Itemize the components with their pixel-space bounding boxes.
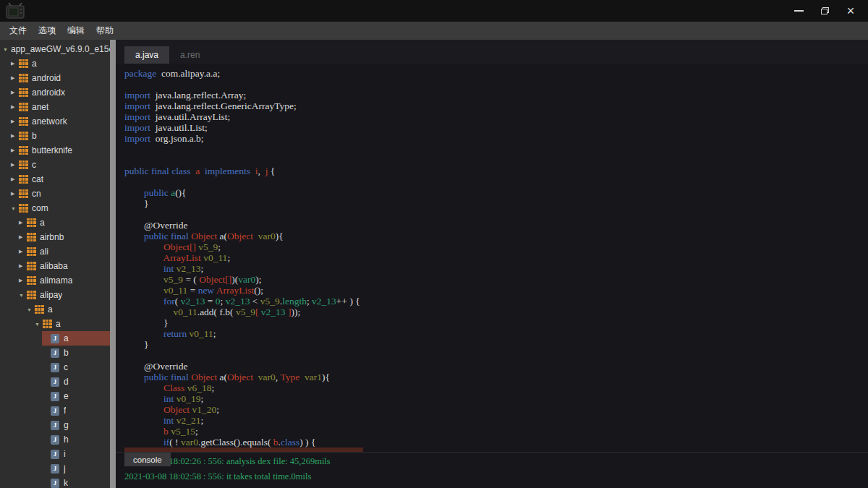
tree-item-class[interactable]: Jb bbox=[0, 346, 110, 360]
tree-scrollbar[interactable] bbox=[110, 40, 116, 488]
menu-item-edit[interactable]: 编辑 bbox=[61, 22, 90, 40]
tree-item-class[interactable]: Jf bbox=[0, 403, 110, 418]
tree-item-package[interactable]: ▶butterknife bbox=[0, 143, 110, 158]
tree-item-package[interactable]: ▶android bbox=[0, 71, 110, 85]
tree-item-class[interactable]: Jc bbox=[0, 360, 110, 374]
tree-item-root[interactable]: ▼app_aweGW_v6.9.0_e15ed6 bbox=[0, 42, 110, 56]
code-line: if( ! var0.getClass().equals( b.class) )… bbox=[124, 437, 868, 448]
code-line: int v2_13; bbox=[124, 263, 868, 274]
tree-item-class[interactable]: Jg bbox=[0, 418, 110, 432]
tree-item-package[interactable]: ▼alipay bbox=[0, 288, 110, 302]
expand-arrow-right-icon[interactable]: ▶ bbox=[11, 75, 19, 81]
code-line: ArrayList v0_11; bbox=[124, 252, 868, 263]
tree-item-package[interactable]: ▶a bbox=[0, 56, 110, 71]
tree-item-label: alimama bbox=[40, 275, 72, 286]
tree-item-label: alipay bbox=[40, 290, 62, 300]
expand-arrow-right-icon[interactable]: ▶ bbox=[11, 162, 19, 168]
tree-item-label: a bbox=[56, 319, 61, 329]
restore-icon bbox=[821, 7, 829, 14]
tree-item-class[interactable]: Jk bbox=[0, 476, 110, 488]
tree-item-package[interactable]: ▼com bbox=[0, 201, 110, 215]
java-class-icon: J bbox=[51, 450, 59, 459]
expand-arrow-right-icon[interactable]: ▶ bbox=[11, 147, 19, 153]
tree-item-label: f bbox=[64, 406, 66, 416]
expand-arrow-right-icon[interactable]: ▶ bbox=[11, 191, 19, 197]
tree-item-package[interactable]: ▼a bbox=[0, 302, 110, 317]
code-line bbox=[124, 155, 868, 166]
tree-item-package[interactable]: ▶alimama bbox=[0, 273, 110, 288]
tree-item-package[interactable]: ▶androidx bbox=[0, 85, 110, 100]
tree-item-class[interactable]: Jd bbox=[0, 374, 110, 389]
package-icon bbox=[19, 160, 28, 169]
code-line: } bbox=[124, 198, 868, 209]
expand-arrow-down-icon[interactable]: ▼ bbox=[19, 293, 27, 298]
expand-arrow-right-icon[interactable]: ▶ bbox=[11, 104, 19, 110]
minimize-button[interactable] bbox=[786, 1, 812, 20]
menu-item-help[interactable]: 帮助 bbox=[90, 22, 119, 40]
tree-item-package[interactable]: ▶c bbox=[0, 158, 110, 172]
tab-a-ren[interactable]: a.ren bbox=[169, 46, 210, 64]
tree-item-label: cn bbox=[32, 189, 41, 199]
tree-item-class[interactable]: Jj bbox=[0, 461, 110, 476]
tree-item-label: h bbox=[64, 435, 69, 445]
expand-arrow-right-icon[interactable]: ▶ bbox=[19, 220, 27, 226]
tree-item-package[interactable]: ▶anetwork bbox=[0, 114, 110, 129]
tree-item-package[interactable]: ▶cat bbox=[0, 172, 110, 187]
tree-item-package[interactable]: ▶cn bbox=[0, 187, 110, 201]
sidebar: ▼app_aweGW_v6.9.0_e15ed6▶a▶android▶andro… bbox=[0, 40, 116, 488]
tree-item-package[interactable]: ▶ali bbox=[0, 244, 110, 259]
tree-item-label: airbnb bbox=[40, 232, 64, 242]
tree-item-package[interactable]: ▶anet bbox=[0, 100, 110, 114]
expand-arrow-right-icon[interactable]: ▶ bbox=[19, 278, 27, 283]
menu-item-file[interactable]: 文件 bbox=[4, 22, 33, 40]
code-line bbox=[124, 79, 868, 90]
java-class-icon: J bbox=[51, 363, 59, 372]
code-line: } bbox=[124, 339, 868, 350]
expand-arrow-right-icon[interactable]: ▶ bbox=[11, 61, 19, 67]
expand-arrow-right-icon[interactable]: ▶ bbox=[19, 249, 27, 254]
tree-item-class[interactable]: Ji bbox=[0, 447, 110, 461]
close-button[interactable]: × bbox=[838, 1, 864, 20]
code-line: int v2_21; bbox=[124, 415, 868, 426]
tree-item-package[interactable]: ▶airbnb bbox=[0, 230, 110, 244]
code-line: int v0_19; bbox=[124, 393, 868, 404]
tree-item-label: anetwork bbox=[32, 116, 67, 127]
expand-arrow-right-icon[interactable]: ▶ bbox=[11, 133, 19, 139]
code-line: @Override bbox=[124, 361, 868, 372]
tree-item-package[interactable]: ▶a bbox=[0, 215, 110, 230]
code-line: b v5_15; bbox=[124, 426, 868, 437]
expand-arrow-down-icon[interactable]: ▼ bbox=[11, 206, 19, 211]
tree-item-label: i bbox=[64, 449, 66, 459]
expand-arrow-right-icon[interactable]: ▶ bbox=[11, 176, 19, 182]
code-line: for( v2_13 = 0; v2_13 < v5_9.length; v2_… bbox=[124, 296, 868, 307]
tab-a-java[interactable]: a.java bbox=[124, 46, 169, 64]
tree-item-class[interactable]: Ja bbox=[0, 331, 110, 346]
console-tab[interactable]: console bbox=[124, 453, 171, 466]
java-class-icon: J bbox=[51, 348, 59, 358]
expand-arrow-down-icon[interactable]: ▼ bbox=[3, 47, 11, 52]
code-editor[interactable]: package com.alipay.a.a; import java.lang… bbox=[116, 64, 868, 452]
tree-item-label: b bbox=[64, 348, 69, 358]
java-class-icon: J bbox=[51, 421, 59, 430]
maximize-button[interactable] bbox=[812, 1, 838, 20]
expand-arrow-right-icon[interactable]: ▶ bbox=[11, 90, 19, 95]
titlebar: × bbox=[0, 0, 868, 22]
content-area: ▼app_aweGW_v6.9.0_e15ed6▶a▶android▶andro… bbox=[0, 40, 868, 488]
tree-item-package[interactable]: ▶b bbox=[0, 129, 110, 143]
expand-arrow-right-icon[interactable]: ▶ bbox=[19, 234, 27, 240]
tree-item-package[interactable]: ▶alibaba bbox=[0, 259, 110, 273]
java-class-icon: J bbox=[51, 377, 59, 387]
tree-item-package[interactable]: ▼a bbox=[0, 317, 110, 331]
tree-item-class[interactable]: Je bbox=[0, 389, 110, 403]
code-line: package com.alipay.a.a; bbox=[124, 68, 868, 79]
expand-arrow-down-icon[interactable]: ▼ bbox=[27, 307, 35, 312]
expand-arrow-right-icon[interactable]: ▶ bbox=[19, 263, 27, 269]
tree-item-class[interactable]: Jh bbox=[0, 432, 110, 447]
package-icon bbox=[19, 204, 28, 213]
package-icon bbox=[27, 218, 36, 227]
expand-arrow-right-icon[interactable]: ▶ bbox=[11, 119, 19, 124]
expand-arrow-down-icon[interactable]: ▼ bbox=[35, 322, 43, 327]
code-line: import java.lang.reflect.GenericArrayTyp… bbox=[124, 100, 868, 111]
menu-item-options[interactable]: 选项 bbox=[33, 22, 61, 40]
code-line: import java.lang.reflect.Array; bbox=[124, 90, 868, 100]
